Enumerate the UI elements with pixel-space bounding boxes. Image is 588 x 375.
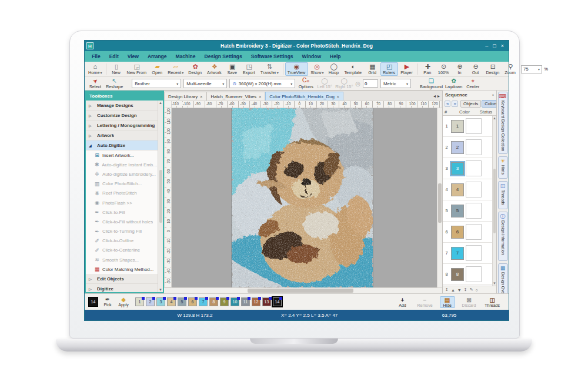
sequence-row[interactable]: 7 7 (443, 243, 492, 264)
toolbar-button[interactable]: ⊙ 100% (436, 62, 452, 76)
object-thumbnail[interactable] (466, 160, 482, 176)
rotate-right-button[interactable]: ◯ Right 15° (335, 78, 353, 89)
toolbar-button[interactable]: ⚲ Zoom (502, 62, 519, 76)
color-swatch[interactable]: 5 (451, 205, 464, 217)
toolbar-button[interactable]: ❖ Artwork (205, 62, 225, 76)
menu-item[interactable]: Software Settings (251, 53, 293, 59)
toolbar-button[interactable]: ▯ New (108, 62, 124, 76)
document-tab[interactable]: Hatch_Summer_Vibes × (206, 92, 265, 101)
sort-icon[interactable]: ✎ (470, 287, 473, 292)
toolbar-button[interactable]: ⇅ Transfer▾ (258, 62, 281, 76)
toolbar-button[interactable]: ◉ TrueView (285, 62, 308, 76)
palette-swatch[interactable]: 11 (241, 297, 250, 306)
sort-icon[interactable]: ▲ (451, 288, 455, 292)
palette-swatch[interactable]: 1 (135, 297, 144, 306)
toolbox-item[interactable]: ✐ Click-to-Centerline (86, 246, 158, 255)
toolbox-item[interactable]: ▷ Digitize (86, 284, 158, 292)
toolbox-item[interactable]: ▷ Customize Design (86, 111, 158, 120)
menu-item[interactable]: Edit (109, 53, 119, 59)
docked-panel-tab[interactable]: ☀ Hints (498, 156, 508, 179)
toolbox-item[interactable]: ✒ Click-to-Fill without holes (86, 217, 158, 226)
toolbar-button[interactable]: ◳ Export (240, 62, 258, 76)
maximize-button[interactable]: □ (493, 43, 496, 49)
background-button[interactable]: ❏ Background (420, 78, 443, 89)
palette-swatch[interactable]: 3 (156, 297, 165, 306)
toolbox-item[interactable]: ≋ Smooth Shapes... (86, 255, 158, 264)
toolbox-item[interactable]: ◢ Auto-Digitize (86, 140, 158, 150)
embroidery-design[interactable] (232, 108, 373, 287)
docked-panel-tab[interactable]: ▦ Design Overview (498, 263, 508, 293)
sequence-footer-button[interactable]: + Add (395, 296, 410, 308)
docked-panel-tab[interactable]: ⓘ Design Information (498, 212, 508, 261)
scroll-up-icon[interactable]: ▲ (493, 116, 496, 120)
sort-icon[interactable]: ▼ (457, 288, 462, 292)
sequence-footer-button[interactable]: ▤ Hide (440, 296, 455, 308)
toolbox-item[interactable]: ✲ Auto-digitize Embroidery... (86, 169, 158, 179)
menu-item[interactable]: Arrange (148, 53, 167, 59)
palette-swatch[interactable]: 5 (178, 297, 186, 306)
sequence-scrollbar[interactable]: ▲ ▼ (492, 116, 496, 286)
toolbar-button[interactable]: ⊖ Out (468, 62, 484, 76)
toolbox-item[interactable]: ▷ Edit Objects (86, 274, 158, 284)
toolbar-button[interactable]: ▦ Grid (365, 62, 380, 76)
toolbox-item[interactable]: ⊞ Insert Artwork... (86, 150, 158, 160)
toolbox-item[interactable]: ✒ Click-to-Fill (86, 207, 158, 217)
scrollbar-thumb[interactable] (438, 183, 442, 223)
object-thumbnail[interactable] (466, 224, 482, 240)
machine-brand-select[interactable]: Brother▾ (132, 79, 181, 88)
docked-panel-tab[interactable]: ⌨ Keyboard Design Collection (498, 92, 508, 154)
units-select[interactable]: Metric▾ (380, 79, 411, 88)
palette-swatch[interactable]: 14 (273, 297, 282, 306)
menu-item[interactable]: Design Settings (205, 53, 242, 59)
current-color-swatch[interactable]: 14 (88, 297, 98, 307)
rotate-angle-input[interactable] (363, 79, 378, 88)
object-thumbnail[interactable] (466, 266, 482, 282)
sequence-footer-button[interactable]: − Remove (416, 296, 435, 308)
toolbar-button[interactable]: ◰ Rulers (380, 62, 398, 76)
object-thumbnail[interactable] (466, 203, 482, 219)
sequence-prev-button[interactable]: « (445, 101, 450, 107)
sequence-row[interactable]: 1 1 (443, 116, 492, 137)
menu-item[interactable]: Machine (176, 53, 196, 59)
palette-swatch[interactable]: 6 (188, 297, 197, 306)
toolbox-item[interactable]: ▥ Color PhotoStitch... (86, 179, 158, 189)
sequence-footer-button[interactable]: ◫ Threads (483, 296, 502, 308)
hoop-size-select[interactable]: ⊙ 360(W) x 200(H) mm▾ (229, 79, 295, 88)
sequence-row[interactable]: 3 3 (443, 158, 492, 179)
laydown-button[interactable]: ✿ Laydown (445, 78, 462, 89)
canvas-horizontal-scrollbar[interactable] (164, 287, 442, 293)
object-thumbnail[interactable] (466, 118, 482, 134)
menu-item[interactable]: Window (302, 53, 322, 59)
design-canvas[interactable] (172, 108, 437, 287)
tab-scroll-right-icon[interactable]: ▸ (437, 93, 440, 99)
sequence-row[interactable]: 6 6 (443, 222, 492, 243)
palette-swatch[interactable]: 12 (252, 297, 260, 306)
sort-icon[interactable]: ○ (476, 288, 478, 292)
sidebar-scrollbar[interactable]: ▲ ▼ (158, 101, 163, 292)
toolbox-item[interactable]: ❋ Reef PhotoStitch (86, 189, 158, 198)
options-button[interactable]: C⊚ Options (298, 78, 314, 89)
scroll-down-icon[interactable]: ▼ (159, 288, 162, 292)
toolbox-item[interactable]: ▷ Manage Designs (86, 101, 158, 111)
sequence-row[interactable]: 4 4 (443, 179, 492, 200)
scrollbar-thumb[interactable] (493, 169, 496, 233)
zoom-level-select[interactable]: 75 ▾ (521, 65, 542, 73)
toolbar-button[interactable]: ⊕ In (452, 62, 468, 76)
toolbar-button[interactable]: ◎ Show▾ (308, 62, 326, 76)
tab-scroll-left-icon[interactable]: ◂ (433, 93, 436, 99)
color-swatch[interactable]: 8 (451, 268, 464, 281)
minimize-button[interactable]: – (485, 43, 488, 49)
toolbox-item[interactable]: ✒ Click-to-Turning Fill (86, 227, 158, 236)
toolbox-item[interactable]: ◉ PhotoFlash >> (86, 198, 158, 207)
close-icon[interactable]: × (259, 95, 261, 99)
palette-swatch[interactable]: 10 (230, 297, 239, 306)
sequence-row[interactable]: 2 2 (443, 137, 492, 158)
close-icon[interactable]: × (200, 95, 202, 99)
toolbar-button[interactable]: ◐ Template (342, 62, 365, 76)
toolbox-item[interactable]: ▷ Lettering / Monogramming (86, 120, 158, 130)
color-swatch[interactable]: 7 (451, 247, 464, 260)
toolbox-item[interactable]: ✐ Click-to-Outline (86, 236, 158, 246)
sequence-footer-button[interactable]: ⊠ Discard (460, 296, 478, 308)
toolbox-item[interactable]: ▦ Color Matching Method... (86, 264, 158, 274)
toolbar-button[interactable]: ▰ Open (149, 62, 165, 76)
